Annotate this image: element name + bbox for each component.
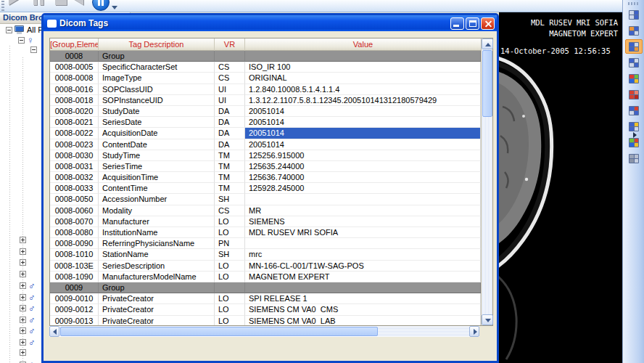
table-cell[interactable]: Manufacturer: [99, 216, 215, 227]
table-cell[interactable]: 20051014: [245, 128, 481, 139]
table-cell[interactable]: 125636.740000: [245, 172, 481, 183]
maximize-button[interactable]: [466, 17, 479, 30]
red-swirl-button[interactable]: [625, 87, 643, 102]
table-cell[interactable]: 1.3.12.2.1107.5.8.1.12345.20051014131218…: [245, 95, 481, 106]
table-row[interactable]: 0009-0012PrivateCreatorLOSIEMENS CM VA0 …: [50, 304, 481, 315]
layout-grid-button-6[interactable]: [625, 119, 643, 134]
table-cell[interactable]: 20051014: [245, 117, 481, 128]
scroll-down-button[interactable]: [482, 314, 493, 325]
table-cell[interactable]: 0008-0060: [50, 205, 99, 216]
expand-icon[interactable]: [20, 294, 26, 301]
collapse-icon[interactable]: [30, 46, 37, 53]
vertical-scrollbar[interactable]: [481, 38, 492, 325]
header-cell-tag-description[interactable]: Tag Description: [99, 38, 215, 51]
patient-tree-item[interactable]: ♀: [20, 361, 36, 363]
table-cell[interactable]: DA: [215, 128, 245, 139]
table-cell[interactable]: MN-166-CL-001/T1W-SAG-POS: [245, 261, 481, 272]
table-row[interactable]: 0008-0070ManufacturerLOSIEMENS: [50, 216, 481, 227]
layout-grid-button-1[interactable]: [625, 7, 643, 22]
collapse-icon[interactable]: [6, 27, 12, 33]
table-cell[interactable]: MDL RUSEV MRI SOFIA: [245, 227, 481, 238]
table-cell[interactable]: AcquisitionTime: [99, 172, 215, 183]
table-cell[interactable]: SIEMENS CM VA0 LAB: [245, 316, 481, 326]
toolbar-expand-button[interactable]: [633, 132, 637, 138]
table-cell[interactable]: 0008-0031: [50, 161, 99, 172]
table-row[interactable]: 0008-0032AcquisitionTimeTM125636.740000: [50, 172, 481, 183]
expand-icon[interactable]: [20, 305, 26, 311]
table-cell[interactable]: 0008-0005: [50, 62, 99, 73]
windows-logo-button[interactable]: [625, 71, 643, 86]
tree-item-study[interactable]: [30, 46, 37, 53]
table-cell[interactable]: 0008-0018: [50, 95, 99, 106]
table-cell[interactable]: AccessionNumber: [99, 194, 215, 205]
table-cell[interactable]: 0008-1090: [50, 272, 99, 282]
table-cell[interactable]: DA: [215, 106, 245, 117]
table-cell[interactable]: 0008-0033: [50, 183, 99, 194]
table-row[interactable]: 0008-0022AcquisitionDateDA20051014: [50, 128, 481, 139]
table-row[interactable]: 0008-0023ContentDateDA20051014: [50, 139, 481, 150]
pause-button[interactable]: [33, 0, 52, 11]
table-cell[interactable]: [245, 194, 481, 205]
table-cell[interactable]: SpecificCharacterSet: [99, 62, 215, 73]
patient-tree-item[interactable]: ♂: [20, 304, 36, 312]
toolbar-drag-handle[interactable]: [1, 1, 4, 12]
table-cell[interactable]: ContentDate: [99, 139, 215, 150]
table-cell[interactable]: 0008-0080: [50, 227, 99, 238]
patient-tree-item[interactable]: ♂: [20, 282, 36, 290]
table-row[interactable]: 0008-0060ModalityCSMR: [50, 205, 481, 216]
table-cell[interactable]: 0009-0010: [50, 293, 99, 304]
table-row[interactable]: 0008-0090ReferringPhysiciansNamePN: [50, 238, 481, 249]
scroll-left-button[interactable]: [49, 326, 59, 337]
expand-icon[interactable]: [20, 248, 26, 255]
play-button[interactable]: [9, 0, 28, 11]
horizontal-scroll-thumb[interactable]: [60, 327, 378, 336]
table-cell[interactable]: DA: [215, 117, 245, 128]
table-cell[interactable]: PrivateCreator: [99, 293, 215, 304]
layout-grid-button-5[interactable]: [625, 103, 643, 118]
table-row[interactable]: 0008Group: [50, 51, 481, 62]
table-cell[interactable]: 0008-0016: [50, 84, 99, 95]
table-row[interactable]: 0008-103ESeriesDescriptionLOMN-166-CL-00…: [50, 261, 481, 272]
table-cell[interactable]: SOPClassUID: [99, 84, 215, 95]
table-cell[interactable]: 0009: [50, 282, 99, 293]
table-cell[interactable]: [245, 51, 481, 62]
patient-tree-item[interactable]: [20, 237, 26, 243]
expand-icon[interactable]: [20, 271, 26, 277]
patient-tree-item[interactable]: [20, 259, 26, 266]
table-cell[interactable]: 125928.245000: [245, 183, 481, 194]
table-cell[interactable]: 0008-1010: [50, 249, 99, 260]
table-cell[interactable]: ReferringPhysiciansName: [99, 238, 215, 249]
table-cell[interactable]: 0008-0020: [50, 106, 99, 117]
close-button[interactable]: [481, 17, 495, 30]
table-row[interactable]: 0009Group: [50, 282, 481, 293]
table-cell[interactable]: StudyTime: [99, 150, 215, 161]
table-cell[interactable]: TM: [215, 172, 245, 183]
table-cell[interactable]: SIEMENS: [245, 216, 481, 227]
table-cell[interactable]: TM: [215, 183, 245, 194]
table-cell[interactable]: 0008-103E: [50, 261, 99, 272]
mri-viewer[interactable]: MDL RUSEV MRI SOFIA MAGNETOM EXPERT 14-O…: [499, 12, 622, 363]
table-cell[interactable]: CS: [215, 73, 245, 83]
table-cell[interactable]: 0008-0070: [50, 216, 99, 227]
table-row[interactable]: 0008-0008ImageTypeCSORIGINAL: [50, 73, 481, 83]
table-cell[interactable]: SH: [215, 249, 245, 260]
table-cell[interactable]: CS: [215, 62, 245, 73]
toolbar-overflow-button[interactable]: [112, 6, 117, 9]
table-row[interactable]: 0008-0030StudyTimeTM125256.915000: [50, 150, 481, 161]
table-cell[interactable]: Group: [99, 51, 215, 62]
table-cell[interactable]: 0009-0013: [50, 316, 99, 326]
table-row[interactable]: 0009-0010PrivateCreatorLOSPI RELEASE 1: [50, 293, 481, 304]
vertical-scroll-thumb[interactable]: [482, 50, 492, 117]
expand-icon[interactable]: [20, 259, 26, 266]
table-cell[interactable]: 0008-0021: [50, 117, 99, 128]
table-cell[interactable]: 20051014: [245, 139, 481, 150]
table-cell[interactable]: PrivateCreator: [99, 304, 215, 315]
minimize-button[interactable]: [450, 17, 464, 30]
header-cell-value[interactable]: Value: [245, 38, 481, 51]
table-cell[interactable]: 0008-0023: [50, 139, 99, 150]
patient-tree-item[interactable]: [20, 248, 26, 255]
table-cell[interactable]: AcquisitionDate: [99, 128, 215, 139]
table-cell[interactable]: SeriesDate: [99, 117, 215, 128]
table-cell[interactable]: LO: [215, 272, 245, 282]
cine-active-pause-button[interactable]: [92, 0, 110, 11]
